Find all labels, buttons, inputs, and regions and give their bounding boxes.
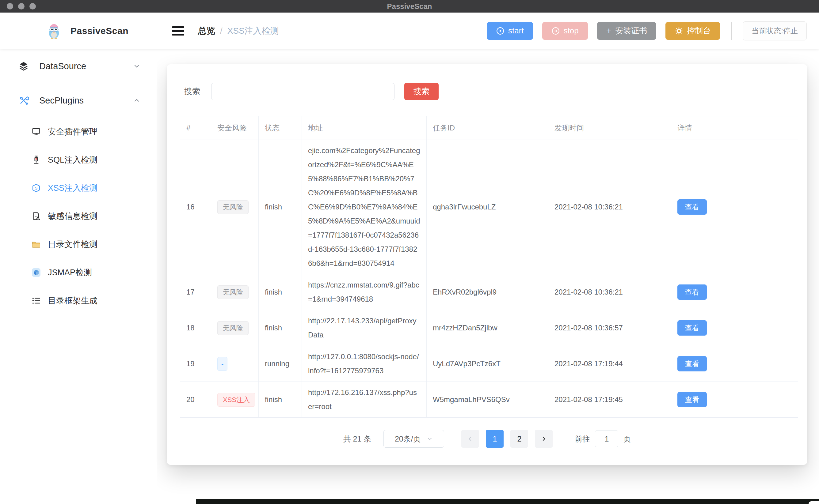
row-url: http://127.0.0.1:8080/sockjs-node/info?t… [302,346,427,382]
page-size-value: 20条/页 [395,434,421,444]
start-button-label: start [508,26,524,36]
row-found-time: 2021-02-08 10:36:21 [548,274,671,310]
breadcrumb-separator: / [220,26,223,36]
goto-label: 前往 [575,434,590,444]
document-warning-icon [31,211,41,221]
sidebar-item-xss-injection[interactable]: S XSS注入检测 [0,174,157,202]
sidebar-item-sql-injection[interactable]: SQL注入检测 [0,146,157,174]
sidebar-item-label: XSS注入检测 [48,182,97,194]
results-table-wrap: # 安全风险 状态 地址 任务ID 发现时间 详情 16 无风险 finish [180,116,794,418]
table-row: 19 - running http://127.0.0.1:8080/sockj… [180,346,798,382]
search-row: 搜索 搜索 [180,83,794,100]
col-status: 状态 [259,116,302,140]
brand-name: PassiveScan [70,26,128,36]
next-page-button[interactable] [535,430,553,448]
breadcrumb: 总览 / XSS注入检测 [198,25,279,37]
row-found-time: 2021-02-08 10:36:21 [548,140,671,274]
search-button[interactable]: 搜索 [404,83,439,100]
minimize-window-button[interactable] [18,3,25,9]
results-table: # 安全风险 状态 地址 任务ID 发现时间 详情 16 无风险 finish [180,116,798,418]
col-detail: 详情 [671,116,798,140]
sidebar-item-jsmap-detect[interactable]: JSMAP检测 [0,258,157,287]
chevron-left-icon [466,435,474,442]
view-detail-button[interactable]: 查看 [678,284,707,300]
breadcrumb-root-link[interactable]: 总览 [198,25,215,37]
console-button[interactable]: 控制台 [666,22,720,40]
risk-tag: 无风险 [217,285,249,299]
tree-list-icon [31,296,41,306]
chevron-right-icon [540,435,547,442]
menu-toggle-button[interactable] [172,24,184,37]
plus-icon: + [606,26,612,36]
col-task-id: 任务ID [427,116,548,140]
js-hexagon-icon: S [31,183,41,193]
row-task-id: EhRXvR02bgl6vpl9 [427,274,548,310]
pagination-total: 共 21 条 [343,434,372,444]
table-header-row: # 安全风险 状态 地址 任务ID 发现时间 详情 [180,116,798,140]
row-found-time: 2021-02-08 17:19:44 [548,346,671,382]
risk-tag: 无风险 [217,200,249,214]
row-index: 20 [180,382,211,418]
tools-icon [18,95,29,106]
background-window-corner [809,501,819,504]
row-url: https://cnzz.mmstat.com/9.gif?abc=1&rnd=… [302,274,427,310]
console-button-label: 控制台 [687,25,711,36]
col-url: 地址 [302,116,427,140]
sidebar: DataSource SecPlugins 安全插件管理 [0,49,157,498]
col-index: # [180,116,211,140]
page-size-select[interactable]: 20条/页 [383,430,444,448]
search-label: 搜索 [184,86,200,97]
macos-titlebar: PassiveScan [0,0,819,13]
view-detail-button[interactable]: 查看 [678,392,707,407]
risk-tag: - [217,357,228,371]
window-title: PassiveScan [0,2,819,11]
main-content: 搜索 搜索 # 安全风险 状态 地址 任务ID 发现时间 [157,49,819,498]
owl-logo-icon [45,22,62,39]
start-button[interactable]: start [487,22,533,40]
sidebar-item-label: 安全插件管理 [48,126,97,137]
row-status: finish [259,274,302,310]
goto-page: 前往 页 [575,431,631,447]
zoom-window-button[interactable] [29,3,36,9]
row-status: finish [259,310,302,346]
header-divider [731,22,732,40]
view-detail-button[interactable]: 查看 [678,356,707,371]
chevron-down-icon [426,435,433,442]
row-index: 17 [180,274,211,310]
monitor-icon [31,127,41,137]
chevron-down-icon [133,62,141,70]
chevron-up-icon [133,96,141,104]
col-found-time: 发现时间 [548,116,671,140]
sidebar-group-secplugins[interactable]: SecPlugins [0,83,157,118]
current-status-button[interactable]: 当前状态:停止 [743,21,807,40]
pause-circle-icon [551,27,560,35]
sidebar-group-datasource[interactable]: DataSource [0,49,157,83]
page-button-2[interactable]: 2 [510,430,528,448]
sidebar-item-sensitive-info[interactable]: 敏感信息检测 [0,202,157,230]
install-cert-button[interactable]: + 安装证书 [597,22,657,40]
folder-icon [31,239,41,249]
row-found-time: 2021-02-08 17:19:45 [548,382,671,418]
sidebar-item-label: 目录框架生成 [48,295,97,306]
view-detail-button[interactable]: 查看 [678,199,707,215]
injector-icon [31,155,41,165]
page-button-1[interactable]: 1 [486,430,504,448]
prev-page-button[interactable] [461,430,479,448]
stop-button[interactable]: stop [542,22,588,40]
content-card: 搜索 搜索 # 安全风险 状态 地址 任务ID 发现时间 [167,64,807,465]
sidebar-item-dir-tree-generate[interactable]: 目录框架生成 [0,287,157,315]
sidebar-group-label: DataSource [39,61,133,71]
sidebar-item-plugin-manage[interactable]: 安全插件管理 [0,118,157,146]
close-window-button[interactable] [7,3,13,9]
table-row: 18 无风险 finish http://22.17.143.233/api/g… [180,310,798,346]
table-row: 17 无风险 finish https://cnzz.mmstat.com/9.… [180,274,798,310]
pagination: 共 21 条 20条/页 1 2 [180,430,794,448]
sidebar-item-dir-file-detect[interactable]: 目录文件检测 [0,230,157,258]
search-input[interactable] [211,83,394,100]
install-cert-label: 安装证书 [615,25,647,36]
svg-text:S: S [35,186,37,190]
col-risk: 安全风险 [211,116,259,140]
view-detail-button[interactable]: 查看 [678,320,707,336]
row-task-id: W5mgamaLhPVS6QSv [427,382,548,418]
goto-page-input[interactable] [595,431,618,447]
